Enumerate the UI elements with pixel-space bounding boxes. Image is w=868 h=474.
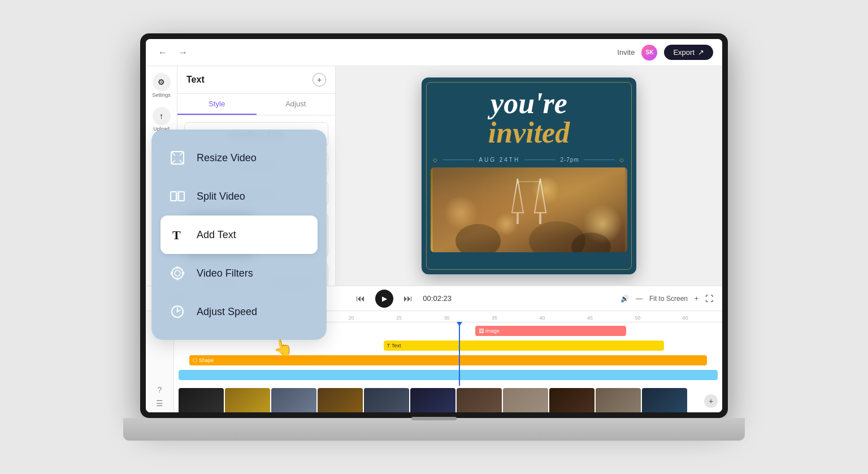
thumb-4 — [318, 388, 363, 412]
thumb-1 — [179, 388, 224, 412]
volume-icon: 🔊 — [620, 295, 629, 303]
fit-to-screen-label: Fit to Screen — [649, 295, 688, 303]
mark-25: 25 — [396, 315, 402, 321]
split-video-icon — [167, 186, 188, 206]
card-date: AUG 24TH — [479, 157, 520, 163]
thumb-5 — [364, 388, 409, 412]
shape-track[interactable]: ⬡ Shape — [189, 355, 707, 365]
menu-item-speed[interactable]: Adjust Speed — [160, 292, 318, 331]
text-track[interactable]: T Text — [384, 341, 664, 351]
mark-60: 60 — [683, 315, 688, 321]
speed-label: Adjust Speed — [197, 306, 257, 318]
mark-45: 45 — [587, 315, 593, 321]
split-video-label: Split Video — [197, 191, 245, 202]
mark-30: 30 — [444, 315, 449, 321]
time-display: 00:02:23 — [423, 294, 452, 303]
svg-point-25 — [177, 311, 179, 313]
canvas-area: you're invited ◇ AUG 24TH 2-7pm ◇ — [336, 66, 722, 286]
image-track-icon: 🖼 — [479, 328, 484, 334]
divider: — — [636, 295, 643, 303]
skip-forward-button[interactable]: ⏭ — [400, 291, 416, 307]
panel-title: Text — [186, 75, 205, 85]
text-track-icon: T — [387, 343, 390, 348]
cursor-hand: 👆 — [271, 337, 294, 359]
text-track-label: Text — [392, 343, 401, 348]
menu-item-filters[interactable]: Video Filters — [160, 254, 318, 292]
mark-40: 40 — [539, 315, 545, 321]
mark-20: 20 — [348, 315, 354, 321]
thumb-3 — [271, 388, 316, 412]
export-icon: ↗ — [698, 48, 704, 57]
export-button[interactable]: Export ↗ — [664, 45, 713, 60]
track-row-text: T Text — [179, 339, 718, 352]
timeline-playhead[interactable] — [459, 322, 460, 386]
card-invited-text: invited — [435, 118, 623, 148]
svg-text:T: T — [172, 228, 181, 242]
thumb-8 — [503, 388, 548, 412]
panel-tabs: Style Adjust — [177, 94, 335, 115]
timeline-add-button[interactable]: + — [704, 394, 718, 408]
header-left: ← → — [155, 45, 191, 61]
fullscreen-button[interactable]: ⛶ — [705, 294, 713, 303]
forward-button[interactable]: → — [175, 45, 191, 61]
menu-item-add-text[interactable]: T Add Text 👆 — [160, 216, 318, 254]
diamond-right: ◇ — [619, 157, 625, 163]
mark-50: 50 — [635, 315, 640, 321]
filters-label: Video Filters — [197, 268, 253, 279]
svg-rect-15 — [179, 192, 184, 201]
svg-point-19 — [175, 270, 180, 276]
tab-style[interactable]: Style — [177, 94, 257, 115]
filters-icon — [167, 263, 188, 283]
card-photo — [431, 167, 627, 252]
resize-label: Resize Video — [197, 152, 257, 164]
sidebar-item-upload[interactable]: ↑ Upload — [153, 107, 171, 132]
card-date-row: ◇ AUG 24TH 2-7pm ◇ — [422, 152, 636, 167]
thumb-2 — [225, 388, 270, 412]
svg-point-18 — [172, 268, 183, 279]
panel-add-button[interactable]: + — [313, 73, 326, 87]
zoom-plus[interactable]: + — [695, 295, 698, 303]
layers-icon[interactable]: ☰ — [156, 399, 163, 408]
play-button[interactable]: ▶ — [375, 290, 393, 308]
settings-label: Settings — [152, 92, 171, 98]
toolbar-right: 🔊 — Fit to Screen + ⛶ — [620, 294, 713, 303]
thumb-9 — [549, 388, 594, 412]
date-line-end — [584, 160, 615, 160]
card-title-area: you're invited — [422, 77, 636, 152]
panel-header: Text + — [177, 66, 335, 94]
svg-rect-14 — [171, 192, 176, 201]
speed-icon — [167, 301, 188, 322]
avatar: SK — [641, 45, 657, 61]
menu-item-split[interactable]: Split Video — [160, 177, 318, 216]
thumb-11 — [642, 388, 687, 412]
diamond-left: ◇ — [433, 157, 439, 163]
track-row-shape: ⬡ Shape — [179, 354, 718, 367]
laptop-notch — [411, 417, 457, 420]
track-row-audio — [179, 369, 718, 381]
menu-item-resize[interactable]: Resize Video — [160, 139, 318, 177]
add-text-label: Add Text — [197, 229, 236, 241]
floating-menu: Resize Video Split Video T Add Text 👆 — [151, 130, 327, 340]
thumbnail-strip — [174, 386, 722, 412]
shape-track-label: Shape — [199, 357, 214, 363]
sidebar-item-settings[interactable]: ⚙ Settings — [152, 73, 171, 98]
tab-adjust[interactable]: Adjust — [257, 94, 336, 115]
resize-icon — [167, 148, 188, 168]
invite-button[interactable]: Invite — [617, 48, 635, 57]
help-icon[interactable]: ? — [158, 385, 162, 394]
invitation-card: you're invited ◇ AUG 24TH 2-7pm ◇ — [422, 77, 636, 274]
card-time: 2-7pm — [560, 157, 579, 163]
image-track[interactable]: 🖼 Image — [475, 326, 626, 336]
thumb-7 — [457, 388, 502, 412]
image-track-label: Image — [485, 328, 500, 334]
photo-overlay — [431, 167, 627, 252]
audio-track[interactable] — [179, 370, 718, 380]
card-youre-text: you're — [435, 89, 623, 118]
add-text-icon: T — [167, 225, 188, 245]
shape-track-icon: ⬡ — [193, 357, 197, 363]
back-button[interactable]: ← — [155, 45, 171, 61]
mark-35: 35 — [492, 315, 497, 321]
thumb-10 — [596, 388, 641, 412]
header-right: Invite SK Export ↗ — [617, 45, 713, 61]
skip-back-button[interactable]: ⏮ — [353, 291, 368, 307]
